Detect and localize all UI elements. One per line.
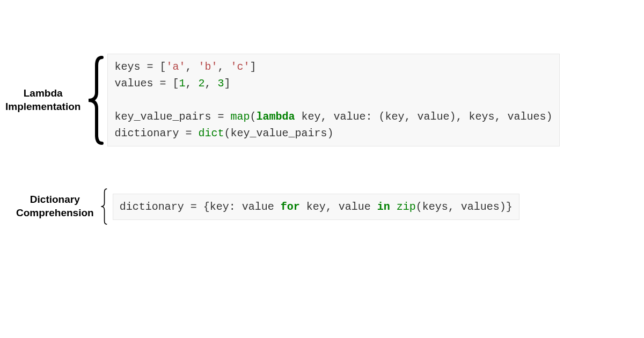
code-token: ,	[217, 61, 230, 73]
code-token: ]	[250, 61, 257, 73]
comprehension-section: Dictionary Comprehension dictionary = {k…	[16, 188, 519, 225]
code-token: lambda	[256, 111, 295, 123]
code-token: zip	[397, 201, 416, 213]
code-token: dictionary = {key: value	[120, 201, 281, 213]
code-token: 'c'	[230, 61, 250, 73]
code-token: 'b'	[198, 61, 217, 73]
code-token: ,	[204, 77, 217, 90]
code-token: key_value_pairs =	[114, 111, 230, 123]
code-token: map	[230, 111, 250, 123]
code-token: (	[250, 111, 256, 123]
code-token: dictionary =	[114, 127, 198, 139]
code-token: ,	[185, 61, 198, 73]
lambda-code-block: keys = ['a', 'b', 'c'] values = [1, 2, 3…	[107, 54, 559, 146]
curly-brace-icon	[94, 188, 113, 225]
code-token: 'a'	[166, 61, 185, 73]
code-token: 3	[218, 77, 224, 90]
code-token: keys = [	[114, 61, 166, 73]
code-token	[390, 201, 397, 213]
code-token: ]	[224, 77, 231, 90]
curly-brace-icon	[80, 55, 107, 146]
code-token: for	[281, 201, 300, 213]
lambda-label: Lambda Implementation	[5, 87, 80, 113]
code-token: in	[377, 201, 390, 213]
comprehension-code-block: dictionary = {key: value for key, value …	[113, 194, 519, 220]
code-token: dict	[198, 127, 224, 139]
code-token: 1	[179, 77, 185, 90]
lambda-section: Lambda Implementation keys = ['a', 'b', …	[5, 54, 560, 146]
comprehension-label: Dictionary Comprehension	[16, 193, 94, 219]
code-token: values = [	[114, 77, 179, 90]
code-token: key, value	[300, 201, 377, 213]
code-token: (key_value_pairs)	[224, 127, 333, 139]
code-token: key, value: (key, value), keys, values)	[295, 111, 553, 123]
code-token: (keys, values)}	[416, 201, 513, 213]
code-token: ,	[185, 77, 198, 90]
code-token: 2	[198, 77, 204, 90]
